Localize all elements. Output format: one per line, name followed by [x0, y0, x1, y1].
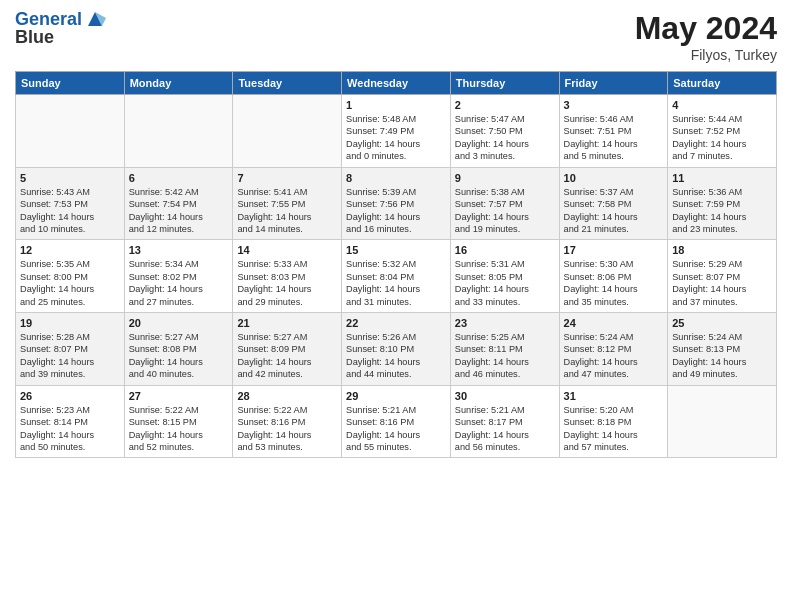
sunset-text: Sunset: 7:56 PM — [346, 199, 414, 209]
sunset-text: Sunset: 8:11 PM — [455, 344, 523, 354]
day-info: Sunrise: 5:39 AMSunset: 7:56 PMDaylight:… — [346, 186, 446, 236]
day-number: 20 — [129, 317, 229, 329]
day-number: 5 — [20, 172, 120, 184]
daylight-text-2: and 56 minutes. — [455, 442, 520, 452]
day-info: Sunrise: 5:20 AMSunset: 8:18 PMDaylight:… — [564, 404, 664, 454]
sunrise-text: Sunrise: 5:20 AM — [564, 405, 634, 415]
day-number: 19 — [20, 317, 120, 329]
day-info: Sunrise: 5:24 AMSunset: 8:12 PMDaylight:… — [564, 331, 664, 381]
header-tuesday: Tuesday — [233, 72, 342, 95]
calendar-header-row: Sunday Monday Tuesday Wednesday Thursday… — [16, 72, 777, 95]
day-info: Sunrise: 5:43 AMSunset: 7:53 PMDaylight:… — [20, 186, 120, 236]
day-info: Sunrise: 5:47 AMSunset: 7:50 PMDaylight:… — [455, 113, 555, 163]
daylight-text-1: Daylight: 14 hours — [129, 430, 203, 440]
day-cell-2-6: 18Sunrise: 5:29 AMSunset: 8:07 PMDayligh… — [668, 240, 777, 313]
day-number: 1 — [346, 99, 446, 111]
day-info: Sunrise: 5:32 AMSunset: 8:04 PMDaylight:… — [346, 258, 446, 308]
title-block: May 2024 Filyos, Turkey — [635, 10, 777, 63]
daylight-text-2: and 44 minutes. — [346, 369, 411, 379]
sunrise-text: Sunrise: 5:46 AM — [564, 114, 634, 124]
daylight-text-1: Daylight: 14 hours — [672, 357, 746, 367]
daylight-text-1: Daylight: 14 hours — [455, 212, 529, 222]
daylight-text-1: Daylight: 14 hours — [455, 430, 529, 440]
daylight-text-2: and 14 minutes. — [237, 224, 302, 234]
daylight-text-2: and 33 minutes. — [455, 297, 520, 307]
daylight-text-2: and 7 minutes. — [672, 151, 732, 161]
daylight-text-2: and 49 minutes. — [672, 369, 737, 379]
day-info: Sunrise: 5:21 AMSunset: 8:16 PMDaylight:… — [346, 404, 446, 454]
daylight-text-1: Daylight: 14 hours — [237, 284, 311, 294]
day-info: Sunrise: 5:27 AMSunset: 8:09 PMDaylight:… — [237, 331, 337, 381]
daylight-text-2: and 40 minutes. — [129, 369, 194, 379]
sunrise-text: Sunrise: 5:35 AM — [20, 259, 90, 269]
logo-icon — [84, 8, 106, 30]
week-row-1: 5Sunrise: 5:43 AMSunset: 7:53 PMDaylight… — [16, 167, 777, 240]
sunrise-text: Sunrise: 5:25 AM — [455, 332, 525, 342]
sunrise-text: Sunrise: 5:36 AM — [672, 187, 742, 197]
sunrise-text: Sunrise: 5:21 AM — [455, 405, 525, 415]
day-cell-0-0 — [16, 95, 125, 168]
day-cell-2-1: 13Sunrise: 5:34 AMSunset: 8:02 PMDayligh… — [124, 240, 233, 313]
day-number: 23 — [455, 317, 555, 329]
day-cell-3-4: 23Sunrise: 5:25 AMSunset: 8:11 PMDayligh… — [450, 313, 559, 386]
day-cell-1-6: 11Sunrise: 5:36 AMSunset: 7:59 PMDayligh… — [668, 167, 777, 240]
sunrise-text: Sunrise: 5:24 AM — [564, 332, 634, 342]
sunset-text: Sunset: 7:52 PM — [672, 126, 740, 136]
sunrise-text: Sunrise: 5:24 AM — [672, 332, 742, 342]
day-number: 9 — [455, 172, 555, 184]
sunrise-text: Sunrise: 5:30 AM — [564, 259, 634, 269]
sunset-text: Sunset: 8:05 PM — [455, 272, 523, 282]
day-info: Sunrise: 5:22 AMSunset: 8:16 PMDaylight:… — [237, 404, 337, 454]
page: General Blue May 2024 Filyos, Turkey Sun… — [0, 0, 792, 468]
day-info: Sunrise: 5:29 AMSunset: 8:07 PMDaylight:… — [672, 258, 772, 308]
daylight-text-2: and 21 minutes. — [564, 224, 629, 234]
daylight-text-2: and 37 minutes. — [672, 297, 737, 307]
sunrise-text: Sunrise: 5:23 AM — [20, 405, 90, 415]
day-cell-1-1: 6Sunrise: 5:42 AMSunset: 7:54 PMDaylight… — [124, 167, 233, 240]
day-number: 17 — [564, 244, 664, 256]
day-cell-0-5: 3Sunrise: 5:46 AMSunset: 7:51 PMDaylight… — [559, 95, 668, 168]
daylight-text-2: and 5 minutes. — [564, 151, 624, 161]
day-cell-2-2: 14Sunrise: 5:33 AMSunset: 8:03 PMDayligh… — [233, 240, 342, 313]
sunset-text: Sunset: 8:02 PM — [129, 272, 197, 282]
day-cell-1-5: 10Sunrise: 5:37 AMSunset: 7:58 PMDayligh… — [559, 167, 668, 240]
day-cell-3-5: 24Sunrise: 5:24 AMSunset: 8:12 PMDayligh… — [559, 313, 668, 386]
sunset-text: Sunset: 8:03 PM — [237, 272, 305, 282]
day-info: Sunrise: 5:21 AMSunset: 8:17 PMDaylight:… — [455, 404, 555, 454]
day-info: Sunrise: 5:26 AMSunset: 8:10 PMDaylight:… — [346, 331, 446, 381]
daylight-text-1: Daylight: 14 hours — [237, 430, 311, 440]
day-info: Sunrise: 5:27 AMSunset: 8:08 PMDaylight:… — [129, 331, 229, 381]
day-cell-1-3: 8Sunrise: 5:39 AMSunset: 7:56 PMDaylight… — [342, 167, 451, 240]
sunset-text: Sunset: 8:15 PM — [129, 417, 197, 427]
day-cell-1-4: 9Sunrise: 5:38 AMSunset: 7:57 PMDaylight… — [450, 167, 559, 240]
daylight-text-1: Daylight: 14 hours — [564, 212, 638, 222]
day-info: Sunrise: 5:31 AMSunset: 8:05 PMDaylight:… — [455, 258, 555, 308]
daylight-text-2: and 27 minutes. — [129, 297, 194, 307]
sunrise-text: Sunrise: 5:22 AM — [129, 405, 199, 415]
daylight-text-2: and 12 minutes. — [129, 224, 194, 234]
day-cell-2-0: 12Sunrise: 5:35 AMSunset: 8:00 PMDayligh… — [16, 240, 125, 313]
sunrise-text: Sunrise: 5:48 AM — [346, 114, 416, 124]
sunset-text: Sunset: 7:59 PM — [672, 199, 740, 209]
day-info: Sunrise: 5:35 AMSunset: 8:00 PMDaylight:… — [20, 258, 120, 308]
sunrise-text: Sunrise: 5:31 AM — [455, 259, 525, 269]
daylight-text-1: Daylight: 14 hours — [129, 284, 203, 294]
header-thursday: Thursday — [450, 72, 559, 95]
sunset-text: Sunset: 7:50 PM — [455, 126, 523, 136]
sunset-text: Sunset: 8:08 PM — [129, 344, 197, 354]
day-info: Sunrise: 5:46 AMSunset: 7:51 PMDaylight:… — [564, 113, 664, 163]
day-number: 31 — [564, 390, 664, 402]
day-cell-2-4: 16Sunrise: 5:31 AMSunset: 8:05 PMDayligh… — [450, 240, 559, 313]
sunrise-text: Sunrise: 5:29 AM — [672, 259, 742, 269]
sunrise-text: Sunrise: 5:21 AM — [346, 405, 416, 415]
header: General Blue May 2024 Filyos, Turkey — [15, 10, 777, 63]
day-cell-0-6: 4Sunrise: 5:44 AMSunset: 7:52 PMDaylight… — [668, 95, 777, 168]
sunset-text: Sunset: 8:18 PM — [564, 417, 632, 427]
daylight-text-2: and 29 minutes. — [237, 297, 302, 307]
sunrise-text: Sunrise: 5:44 AM — [672, 114, 742, 124]
daylight-text-1: Daylight: 14 hours — [672, 139, 746, 149]
daylight-text-1: Daylight: 14 hours — [455, 357, 529, 367]
daylight-text-2: and 3 minutes. — [455, 151, 515, 161]
daylight-text-2: and 46 minutes. — [455, 369, 520, 379]
daylight-text-2: and 53 minutes. — [237, 442, 302, 452]
